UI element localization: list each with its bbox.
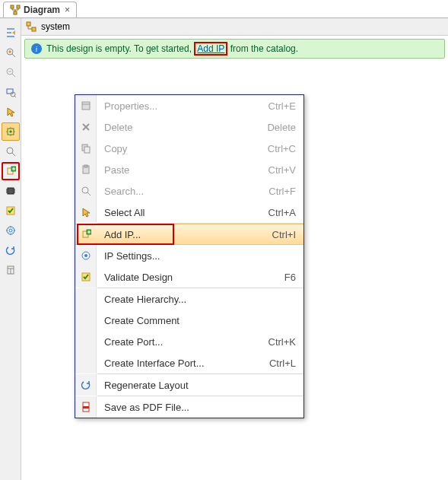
info-text-before: This design is empty. To get started,	[46, 43, 194, 54]
menu-item-label: Add IP...	[97, 229, 272, 240]
menu-item-create-comment[interactable]: Create Comment	[75, 310, 303, 331]
svg-point-23	[82, 187, 88, 193]
menu-item-shortcut: Delete	[267, 122, 303, 133]
search-button[interactable]	[2, 142, 20, 161]
canvas[interactable]: system i This design is empty. To get st…	[21, 18, 448, 480]
hierarchy-icon	[26, 21, 37, 32]
svg-rect-30	[83, 406, 89, 408]
menu-item-shortcut: Ctrl+E	[268, 100, 303, 112]
menu-item-label: Regenerate Layout	[97, 380, 296, 391]
menu-item-create-hierarchy[interactable]: Create Hierarchy...	[75, 288, 303, 310]
menu-item-label: Properties...	[97, 100, 268, 112]
menu-item-shortcut: Ctrl+K	[268, 336, 303, 348]
blank-icon	[75, 288, 97, 310]
diagram-icon	[10, 5, 21, 15]
blank-icon	[75, 331, 97, 352]
info-text-after: from the catalog.	[227, 43, 298, 54]
menu-item-label: Validate Design	[97, 272, 284, 283]
menu-item-copy: CopyCtrl+C	[75, 138, 303, 159]
design-name: system	[41, 21, 70, 32]
regenerate-button[interactable]	[2, 241, 20, 259]
menu-item-select-all[interactable]: Select AllCtrl+A	[75, 202, 303, 223]
menu-item-label: Copy	[97, 143, 268, 154]
menu-item-paste: PasteCtrl+V	[75, 159, 303, 180]
menu-item-label: Paste	[97, 164, 268, 176]
svg-point-8	[7, 148, 13, 154]
menu-item-validate-design[interactable]: Validate DesignF6	[75, 266, 303, 288]
menu-item-shortcut: Ctrl+V	[268, 164, 303, 176]
search-icon	[75, 180, 97, 202]
ip-packager-button[interactable]	[2, 182, 20, 200]
select-all-icon	[75, 202, 97, 223]
menu-item-label: Save as PDF File...	[97, 402, 296, 413]
svg-point-14	[9, 229, 12, 232]
menu-item-shortcut: F6	[284, 272, 303, 283]
menu-item-label: Select All	[97, 207, 268, 218]
svg-rect-5	[7, 89, 13, 94]
info-icon: i	[31, 43, 42, 54]
menu-item-save-as-pdf-file[interactable]: Save as PDF File...	[75, 396, 303, 418]
svg-point-27	[84, 254, 87, 257]
context-menu: Properties...Ctrl+EDeleteDeleteCopyCtrl+…	[75, 94, 304, 418]
menu-item-label: Create Hierarchy...	[97, 294, 296, 305]
select-button[interactable]	[2, 103, 20, 121]
info-text: This design is empty. To get started, Ad…	[46, 43, 298, 54]
menu-item-label: Create Port...	[97, 336, 268, 348]
menu-item-regenerate-layout[interactable]: Regenerate Layout	[75, 374, 303, 396]
pdf-icon	[75, 396, 97, 418]
blank-icon	[75, 352, 97, 374]
design-header: system	[21, 18, 448, 36]
menu-item-search: Search...Ctrl+F	[75, 180, 303, 202]
svg-rect-0	[11, 5, 14, 8]
paste-icon	[75, 159, 97, 180]
ip-settings-icon	[75, 245, 97, 266]
svg-rect-22	[84, 165, 87, 167]
menu-item-label: Create Interface Port...	[97, 358, 269, 369]
menu-item-shortcut: Ctrl+C	[268, 143, 303, 154]
tab-close-icon[interactable]: ×	[65, 5, 70, 15]
menu-item-create-interface-port[interactable]: Create Interface Port...Ctrl+L	[75, 352, 303, 374]
menu-item-label: Delete	[97, 122, 267, 133]
properties-icon	[75, 95, 97, 116]
menu-item-label: Search...	[97, 186, 268, 197]
validate-button[interactable]	[2, 202, 20, 220]
svg-rect-18	[82, 102, 90, 110]
svg-rect-17	[32, 27, 36, 31]
menu-item-properties: Properties...Ctrl+E	[75, 95, 303, 116]
regenerate-icon	[75, 374, 97, 396]
add-ip-icon	[75, 224, 97, 244]
toggle-view-button[interactable]	[2, 261, 20, 279]
copy-icon	[75, 138, 97, 159]
menu-item-shortcut: Ctrl+I	[272, 229, 303, 240]
menu-item-label: Create Comment	[97, 315, 296, 326]
zoom-fit-button[interactable]	[2, 83, 20, 101]
work-area: system i This design is empty. To get st…	[0, 18, 448, 480]
menu-item-shortcut: Ctrl+F	[268, 186, 303, 197]
menu-item-shortcut: Ctrl+A	[268, 207, 303, 218]
svg-rect-2	[14, 11, 17, 14]
svg-rect-11	[8, 188, 14, 194]
collapse-panel-button[interactable]	[2, 24, 20, 42]
add-ip-link[interactable]: Add IP	[197, 43, 224, 54]
tab-strip: Diagram ×	[0, 0, 448, 18]
auto-layout-button[interactable]	[2, 122, 20, 141]
zoom-out-button[interactable]	[2, 63, 20, 81]
menu-item-add-ip[interactable]: Add IP...Ctrl+I	[75, 224, 303, 245]
menu-item-ip-settings[interactable]: IP Settings...	[75, 245, 303, 266]
delete-icon	[75, 116, 97, 138]
info-bar: i This design is empty. To get started, …	[24, 39, 445, 59]
menu-item-delete: DeleteDelete	[75, 116, 303, 138]
settings-button[interactable]	[2, 221, 20, 240]
add-ip-button[interactable]	[2, 162, 20, 180]
svg-rect-1	[17, 5, 20, 8]
menu-item-shortcut: Ctrl+L	[269, 358, 303, 369]
svg-rect-20	[84, 147, 90, 153]
menu-item-create-port[interactable]: Create Port...Ctrl+K	[75, 331, 303, 352]
menu-item-label: IP Settings...	[97, 250, 296, 262]
svg-rect-16	[27, 22, 30, 26]
validate-icon	[75, 266, 97, 288]
blank-icon	[75, 310, 97, 331]
tab-title: Diagram	[24, 5, 60, 15]
zoom-in-button[interactable]	[2, 43, 20, 62]
tab-diagram[interactable]: Diagram ×	[3, 2, 77, 17]
